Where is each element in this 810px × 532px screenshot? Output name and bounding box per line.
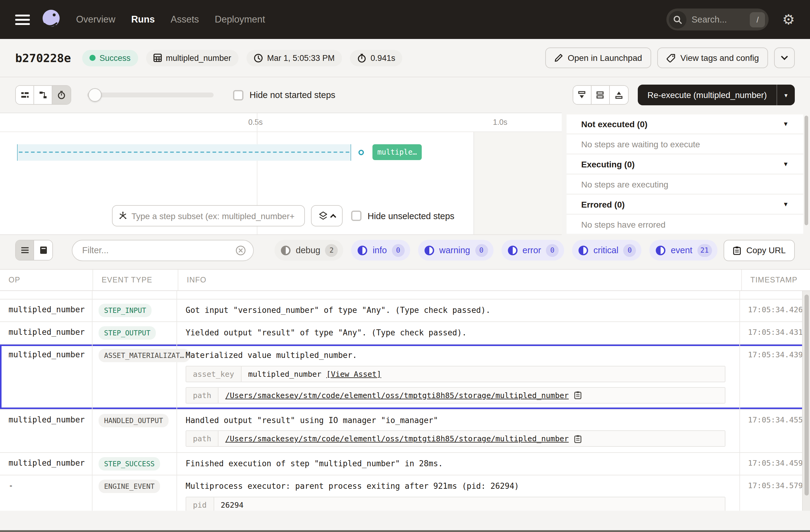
gantt-time-axis: 0.5s 1.0s <box>0 113 562 132</box>
search-icon <box>669 11 687 28</box>
hide-unselected-label: Hide unselected steps <box>368 211 454 221</box>
log-table: OP EVENT TYPE INFO TIMESTAMP multipled_n… <box>0 269 810 511</box>
step-chip[interactable]: multiple… <box>372 144 422 160</box>
search-input[interactable] <box>692 15 740 25</box>
waterfall-view-button[interactable] <box>34 86 52 104</box>
job-grid-icon <box>153 53 162 62</box>
chevron-down-icon <box>781 53 788 60</box>
open-in-launchpad-button[interactable]: Open in Launchpad <box>545 47 651 68</box>
panel-layout-group <box>573 85 629 105</box>
half-toggle-icon <box>358 245 368 255</box>
path-link[interactable]: /Users/smackesey/stm/code/elementl/oss/t… <box>225 434 569 443</box>
section-header-executing[interactable]: Executing (0)▼ <box>567 155 803 174</box>
panel-scrollbar[interactable] <box>805 116 808 225</box>
log-row[interactable]: multipled_numberSTEP_SUCCESSFinished exe… <box>0 453 810 475</box>
log-row[interactable]: multipled_numberASSET_MATERIALIZAT…Mater… <box>0 344 810 409</box>
run-job-pill[interactable]: multipled_number <box>146 50 239 66</box>
column-header-op: OP <box>0 276 93 284</box>
collapse-down-button[interactable] <box>573 86 592 104</box>
log-info-cell: Handled output "result" using IO manager… <box>177 409 740 452</box>
half-toggle-icon <box>280 245 291 255</box>
section-header-errored[interactable]: Errored (0)▼ <box>567 195 803 214</box>
log-row[interactable]: -ENGINE_EVENTMultiprocess executor: pare… <box>0 475 810 511</box>
step-waiting-bar[interactable] <box>17 144 351 161</box>
log-info-cell: Got input "versioned_number" of type "An… <box>177 300 740 321</box>
view-asset-link[interactable]: [View Asset] <box>326 369 381 378</box>
level-toggle-warning[interactable]: warning0 <box>418 240 493 260</box>
metadata-text: 26294 <box>221 500 243 509</box>
log-info-cell: Finished execution of step "multipled_nu… <box>177 453 740 475</box>
global-search[interactable]: / <box>667 9 769 30</box>
dagster-run-page: Overview Runs Assets Deployment / ⚙ b270… <box>0 0 810 532</box>
level-count-badge: 21 <box>697 244 712 257</box>
step-subset-input-wrap <box>112 205 305 226</box>
view-tags-config-button[interactable]: View tags and config <box>657 47 768 68</box>
log-row[interactable]: multipled_numberSTEP_INPUTGot input "ver… <box>0 300 810 322</box>
zoom-slider[interactable] <box>87 93 214 97</box>
collapse-up-button[interactable] <box>610 86 628 104</box>
log-filter-input[interactable] <box>82 245 236 255</box>
metadata-value: 26294 <box>214 497 725 511</box>
level-count-badge: 0 <box>392 244 404 257</box>
log-event-type-cell: STEP_INPUT <box>93 300 177 321</box>
level-label: error <box>522 245 541 255</box>
level-toggle-critical[interactable]: critical0 <box>572 240 642 260</box>
log-event-type-cell: HANDLED_OUTPUT <box>93 409 177 452</box>
dagster-logo-icon[interactable] <box>39 8 63 31</box>
level-toggle-event[interactable]: event21 <box>649 240 717 260</box>
metadata-key: asset_key <box>186 366 241 381</box>
level-toggle-debug[interactable]: debug2 <box>274 240 343 260</box>
nav-item-assets[interactable]: Assets <box>171 14 199 25</box>
log-structured-view-button[interactable] <box>34 240 52 260</box>
run-actions-chevron-button[interactable] <box>774 47 795 68</box>
hide-not-started-checkbox-row[interactable]: Hide not started steps <box>233 90 335 100</box>
section-empty-errored: No steps have errored <box>567 215 803 234</box>
nav-item-runs[interactable]: Runs <box>131 14 155 25</box>
log-row[interactable]: multipled_numberHANDLED_OUTPUTHandled ou… <box>0 409 810 453</box>
split-panels-button[interactable] <box>592 86 610 104</box>
metadata-value: multipled_number[View Asset] <box>241 366 725 381</box>
level-count-badge: 0 <box>475 244 488 257</box>
clear-filter-icon[interactable] <box>236 245 246 255</box>
log-scrollbar-thumb[interactable] <box>805 295 809 496</box>
level-label: warning <box>439 245 470 255</box>
log-info-text: Finished execution of step "multipled_nu… <box>185 458 731 469</box>
tag-icon <box>666 53 676 62</box>
level-toggle-error[interactable]: error0 <box>501 240 564 260</box>
log-row[interactable]: multipled_numberSTEP_OUTPUTYielded outpu… <box>0 322 810 344</box>
event-type-badge: HANDLED_OUTPUT <box>99 414 168 427</box>
gear-icon[interactable]: ⚙ <box>782 13 795 27</box>
nav-item-overview[interactable]: Overview <box>76 14 115 25</box>
log-op-cell: multipled_number <box>0 300 93 321</box>
path-link[interactable]: /Users/smackesey/stm/code/elementl/oss/t… <box>225 390 569 400</box>
hide-unselected-checkbox-row[interactable]: Hide unselected steps <box>351 211 454 221</box>
metadata-row: pid26294 <box>185 496 725 511</box>
clipboard-icon[interactable] <box>573 434 582 443</box>
timer-icon <box>357 53 366 62</box>
section-header-not-executed[interactable]: Not executed (0)▼ <box>567 114 803 133</box>
step-subset-input[interactable] <box>131 211 298 221</box>
gantt-toolbar: Hide not started steps Re-execute (multi… <box>0 77 810 113</box>
copy-url-button[interactable]: Copy URL <box>724 240 795 261</box>
log-scrollbar-track[interactable] <box>802 291 810 511</box>
level-count-badge: 0 <box>623 244 636 257</box>
nav-item-deployment[interactable]: Deployment <box>215 14 265 25</box>
flat-view-button[interactable] <box>16 86 34 104</box>
after-run-shading <box>473 132 562 235</box>
timed-view-button[interactable] <box>52 86 70 104</box>
graph-query-toggle-button[interactable] <box>311 205 343 226</box>
clipboard-icon[interactable] <box>573 391 582 399</box>
pencil-icon <box>554 53 563 62</box>
hide-not-started-checkbox[interactable] <box>233 90 243 100</box>
metadata-key: path <box>186 431 218 446</box>
menu-icon[interactable] <box>15 14 30 25</box>
log-list-view-button[interactable] <box>16 240 34 260</box>
re-execute-dropdown-caret[interactable]: ▾ <box>777 85 795 105</box>
level-toggle-info[interactable]: info0 <box>352 240 410 260</box>
level-toggles: debug2info0warning0error0critical0event2… <box>274 240 717 260</box>
column-header-timestamp: TIMESTAMP <box>742 276 804 284</box>
zoom-slider-handle[interactable] <box>88 88 102 102</box>
hide-unselected-checkbox[interactable] <box>351 211 361 221</box>
column-header-info: INFO <box>178 276 741 284</box>
re-execute-button[interactable]: Re-execute (multipled_number) ▾ <box>638 85 795 105</box>
